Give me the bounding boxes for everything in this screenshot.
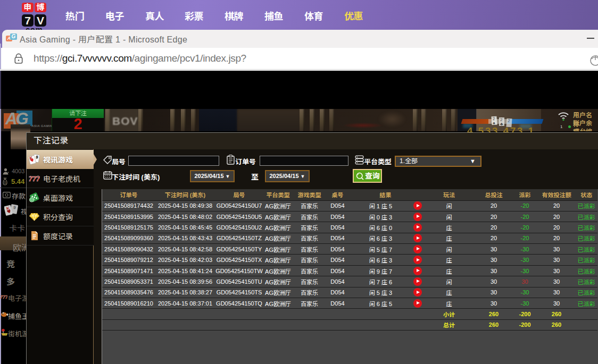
- svg-text:S: S: [4, 181, 6, 184]
- svg-text:777: 777: [1, 294, 7, 300]
- svg-text:*: *: [7, 171, 9, 175]
